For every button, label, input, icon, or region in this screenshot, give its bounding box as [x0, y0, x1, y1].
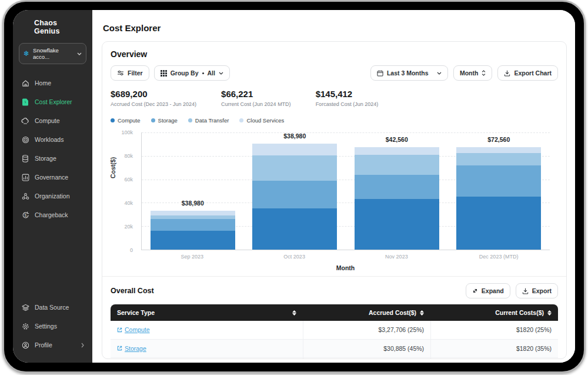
- table-row: Storage$30,885 (45%)$1820 (35%): [111, 340, 558, 359]
- bar-group: $38,980: [142, 132, 244, 250]
- sidebar-item-workloads[interactable]: Workloads: [19, 130, 86, 149]
- granularity-value: Month: [460, 69, 479, 77]
- bar-segment-cloud-services[interactable]: [151, 211, 235, 215]
- y-tick-label: 80k: [124, 153, 133, 159]
- overall-cost-table-wrap: Service Type Accrued Cost($): [111, 304, 558, 359]
- group-by-button[interactable]: Group By All: [154, 65, 230, 81]
- bar-segment-storage[interactable]: [355, 175, 439, 199]
- sort-icon[interactable]: [420, 310, 424, 316]
- sidebar-item-cost-explorer[interactable]: Cost Explorer: [19, 92, 86, 111]
- toolbar-right-group: Last 3 Months Month: [370, 65, 558, 81]
- overview-toolbar: Filter Group By All: [111, 65, 558, 81]
- home-icon: [21, 79, 29, 87]
- bar-segment-cloud-services[interactable]: [456, 147, 541, 153]
- chart-bars: $38,980$38,980$42,560$72,560: [142, 132, 550, 250]
- filter-label: Filter: [128, 69, 143, 77]
- bar-segment-compute[interactable]: [355, 199, 439, 250]
- bar-total-label: $38,980: [244, 132, 346, 140]
- sort-icon[interactable]: [547, 310, 552, 316]
- sidebar-item-compute[interactable]: Compute: [19, 111, 86, 130]
- date-range-dropdown[interactable]: Last 3 Months: [370, 65, 448, 81]
- legend-item-cloud-services[interactable]: Cloud Services: [239, 117, 284, 124]
- main-content: Cost Explorer Overview Filter Group By A…: [92, 10, 575, 363]
- stat-current-cost: $66,221 Current Cost (Jun 2024 MTD): [221, 89, 291, 107]
- bar-segment-cloud-services[interactable]: [252, 144, 337, 155]
- bar-segment-data-transfer[interactable]: [252, 155, 337, 181]
- legend-item-compute[interactable]: Compute: [111, 117, 141, 124]
- export-table-button[interactable]: Export: [516, 283, 558, 298]
- column-label: Accrued Cost($): [369, 309, 416, 316]
- bar-segment-compute[interactable]: [252, 208, 337, 250]
- legend-item-storage[interactable]: Storage: [151, 117, 178, 124]
- stat-label: Accrued Cost (Dec 2023 - Jun 2024): [111, 101, 196, 107]
- stacked-bar-nov-2023[interactable]: [355, 147, 439, 250]
- sidebar-item-organization[interactable]: Organization: [19, 187, 86, 205]
- page-title: Cost Explorer: [103, 23, 567, 33]
- sort-icon[interactable]: [292, 310, 296, 316]
- legend-item-data-transfer[interactable]: Data Transfer: [188, 117, 229, 124]
- column-current-costs[interactable]: Current Costs($): [430, 304, 558, 321]
- stacked-bar-sep-2023[interactable]: [151, 211, 235, 250]
- bar-segment-storage[interactable]: [151, 219, 235, 231]
- date-range-value: Last 3 Months: [387, 69, 429, 77]
- cost-chart: Cost($) 020k40k60k80k100k $38,980$38,980…: [111, 128, 558, 273]
- bar-segment-cloud-services[interactable]: [355, 147, 439, 155]
- bar-total-label: $38,980: [142, 200, 244, 207]
- sidebar-item-label: Data Source: [35, 304, 69, 311]
- service-label: Compute: [125, 326, 150, 333]
- expand-button[interactable]: Expand: [466, 283, 510, 298]
- sidebar-item-data-source[interactable]: Data Source: [19, 298, 86, 317]
- bar-segment-compute[interactable]: [151, 231, 235, 250]
- overall-cost-table: Service Type Accrued Cost($): [111, 304, 558, 359]
- layers-icon: [21, 303, 29, 311]
- stacked-bar-oct-2023[interactable]: [252, 144, 337, 250]
- service-link-compute[interactable]: Compute: [117, 326, 150, 333]
- y-tick-label: 40k: [124, 200, 133, 206]
- sidebar-item-chargeback[interactable]: $ Chargeback: [19, 205, 86, 224]
- chevron-down-icon: [77, 52, 82, 55]
- stat-forecasted-cost: $145,412 Forcasted Cost (Jun 2024): [316, 89, 379, 107]
- expand-label: Expand: [482, 287, 504, 294]
- group-by-label: Group By: [171, 69, 199, 77]
- sidebar-item-settings[interactable]: Settings: [19, 317, 86, 336]
- x-tick-label: Dec 2023 (MTD): [447, 254, 550, 260]
- overall-cost-title: Overall Cost: [111, 287, 154, 295]
- bar-total-label: $72,560: [448, 136, 550, 143]
- granularity-select[interactable]: Month: [453, 65, 493, 81]
- stacked-bar-dec-2023-mtd-[interactable]: [456, 147, 541, 250]
- overview-card: Overview Filter Group By All: [102, 41, 567, 359]
- export-icon: [522, 288, 529, 294]
- stat-value: $689,200: [111, 89, 196, 99]
- x-tick-label: Oct 2023: [243, 254, 346, 260]
- bar-segment-compute[interactable]: [456, 197, 541, 250]
- bar-segment-data-transfer[interactable]: [456, 153, 541, 165]
- tablet-frame: Chaos Genius ❄ Snowflake acco... Home Co…: [2, 0, 586, 373]
- account-selector[interactable]: ❄ Snowflake acco...: [19, 43, 86, 64]
- sidebar-item-profile[interactable]: Profile: [19, 336, 86, 354]
- cost-stats: $689,200 Accrued Cost (Dec 2023 - Jun 20…: [111, 89, 558, 107]
- storage-database-icon: [21, 154, 29, 162]
- sidebar: Chaos Genius ❄ Snowflake acco... Home Co…: [13, 10, 92, 363]
- filter-button[interactable]: Filter: [111, 65, 149, 81]
- snowflake-icon: ❄: [24, 49, 29, 58]
- sidebar-item-storage[interactable]: Storage: [19, 149, 86, 168]
- bar-total-label: $42,560: [346, 136, 448, 143]
- bar-segment-data-transfer[interactable]: [355, 155, 439, 175]
- external-link-icon: [117, 327, 122, 333]
- export-chart-label: Export Chart: [514, 69, 552, 77]
- filter-sliders-icon: [117, 70, 124, 76]
- legend-label: Compute: [118, 117, 141, 124]
- export-chart-button[interactable]: Export Chart: [497, 65, 558, 81]
- logo-text: Chaos Genius: [34, 19, 85, 35]
- sidebar-item-home[interactable]: Home: [19, 74, 86, 92]
- legend-label: Storage: [158, 117, 178, 124]
- column-accrued-cost[interactable]: Accrued Cost($): [303, 304, 430, 321]
- sidebar-item-label: Cost Explorer: [35, 98, 72, 105]
- column-service-type[interactable]: Service Type: [111, 304, 303, 321]
- sidebar-item-governance[interactable]: Governance: [19, 168, 86, 187]
- bar-segment-storage[interactable]: [252, 181, 337, 208]
- service-link-storage[interactable]: Storage: [117, 345, 146, 352]
- bar-segment-storage[interactable]: [456, 165, 541, 197]
- sidebar-item-label: Chargeback: [35, 211, 68, 218]
- group-by-value: All: [208, 69, 215, 77]
